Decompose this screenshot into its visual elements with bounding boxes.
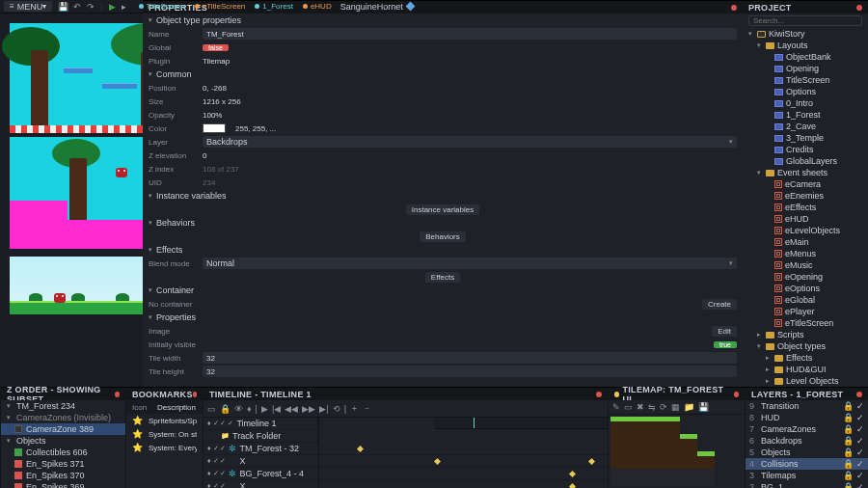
tl-start-icon[interactable]: |◀ — [272, 404, 281, 414]
folder-icon — [774, 378, 783, 385]
undo-icon[interactable]: ↶ — [73, 2, 81, 12]
lock-icon: 🔒 — [843, 471, 854, 480]
eye-icon: ✓ — [856, 459, 864, 469]
tilemap-palette[interactable] — [609, 415, 745, 488]
layer-tilemaps[interactable]: 3Tilemaps🔒✓ — [746, 470, 868, 481]
blend-mode-dropdown[interactable]: Normal▾ — [203, 258, 737, 269]
layer-objects[interactable]: 5Objects🔒✓ — [746, 447, 868, 458]
debug-icon[interactable]: ▸ — [122, 2, 126, 12]
eventsheet-icon — [774, 261, 782, 269]
tl-prev-icon[interactable]: ◀◀ — [285, 404, 298, 414]
lock-icon: 🔒 — [843, 459, 854, 469]
tl-zoomin-icon[interactable]: ＋ — [350, 402, 359, 415]
tl-key-icon[interactable]: ♦ — [247, 404, 252, 414]
lock-icon: 🔒 — [843, 447, 854, 457]
tm-patch-icon[interactable]: ▦ — [671, 402, 680, 412]
layer-hud[interactable]: 8HUD🔒✓ — [746, 412, 868, 423]
tl-end-icon[interactable]: ▶| — [319, 404, 328, 414]
layout-canvas[interactable]: ✎Edit＋Insert new objectAdd▸≡Timeline▸≣Z … — [0, 14, 143, 387]
eye-icon: ✓ — [856, 424, 864, 434]
bookmarks-pane: BOOKMARKS IconDescription ⭐Spritefonts/S… — [125, 387, 203, 488]
eventsheet-icon — [774, 308, 782, 315]
tilemap-toolbar: ✎ ▭ ✖ ⇋ ⟳ ▦ 📁 💾 — [609, 400, 745, 415]
eventsheet-icon — [774, 227, 782, 234]
zorder-pane: Z ORDER - SHOWING SUBSET ▾TM_Forest 234▾… — [0, 387, 125, 488]
eye-icon: ✓ — [856, 482, 864, 488]
section-behaviors[interactable]: Behaviors — [143, 216, 743, 230]
eventsheet-icon — [774, 273, 782, 281]
folder-icon — [757, 31, 766, 38]
menu-button[interactable]: ≡ MENU ▾ — [4, 1, 52, 12]
tl-eye-icon[interactable]: 👁 — [234, 404, 243, 414]
tl-zoomout-icon[interactable]: － — [363, 402, 371, 415]
folder-icon — [766, 170, 774, 176]
tab-1_forest[interactable]: 1_Forest — [252, 2, 296, 11]
tm-flip-icon[interactable]: ⇋ — [648, 402, 656, 412]
section-props[interactable]: Properties — [143, 311, 743, 324]
main-toolbar: ≡ MENU ▾ 💾 ↶ ↷ | ▶ ▸ TitleScreeneTitleSc… — [0, 0, 143, 14]
effects-button[interactable]: Effects — [425, 272, 460, 283]
timeline-toolbar: ▭ 🔒 👁 ♦ | ▶ |◀ ◀◀ ▶▶ ▶| ⟲ | ＋ － — [203, 400, 608, 418]
section-container[interactable]: Container — [143, 284, 743, 297]
tm-open-icon[interactable]: 📁 — [684, 402, 694, 412]
tm-rect-icon[interactable]: ▭ — [624, 402, 633, 412]
edit-image-button[interactable]: Edit — [712, 326, 737, 337]
layout-icon — [774, 66, 783, 72]
tm-pencil-icon[interactable]: ✎ — [612, 402, 620, 412]
layout-icon — [774, 123, 783, 130]
initially-visible-toggle[interactable]: true — [714, 341, 737, 348]
redo-icon[interactable]: ↷ — [87, 2, 95, 12]
tab-titlescreen[interactable]: TitleScreen — [136, 2, 188, 11]
eventsheet-icon — [774, 192, 782, 200]
folder-icon — [774, 366, 783, 373]
project-search-input[interactable] — [748, 15, 862, 26]
tm-erase-icon[interactable]: ✖ — [637, 402, 644, 412]
eventsheet-icon — [774, 296, 782, 304]
tile-width-input[interactable] — [203, 352, 737, 364]
section-common[interactable]: Common — [143, 68, 743, 81]
layout-icon — [774, 89, 783, 95]
layer-backdrops[interactable]: 6Backdrops🔒✓ — [746, 435, 868, 447]
tm-rot-icon[interactable]: ⟳ — [660, 402, 667, 412]
layer-camerazones[interactable]: 7CameraZones🔒✓ — [746, 423, 868, 435]
lock-icon: 🔒 — [843, 436, 854, 446]
tab-etitlescreen[interactable]: eTitleScreen — [192, 2, 249, 11]
tl-pointer-icon[interactable]: ▭ — [207, 404, 216, 414]
section-objtype[interactable]: Object type properties — [143, 14, 743, 27]
tile-height-input[interactable] — [203, 366, 737, 377]
user-avatar-icon — [405, 2, 415, 12]
project-title: PROJECT — [743, 0, 868, 14]
create-container-button[interactable]: Create — [702, 299, 737, 310]
layer-dropdown[interactable]: Backdrops▾ — [203, 136, 737, 148]
instance-vars-button[interactable]: Instance variables — [406, 204, 479, 215]
tl-loop-icon[interactable]: ⟲ — [333, 404, 340, 414]
timeline-pane: TIMELINE - TIMELINE 1 ▭ 🔒 👁 ♦ | ▶ |◀ ◀◀ … — [203, 387, 608, 488]
tilemap-pane: TILEMAP: TM_FOREST UI... ✎ ▭ ✖ ⇋ ⟳ ▦ 📁 💾 — [608, 387, 745, 488]
project-pane: ▾KiwiStory▾LayoutsObjectBankOpeningTitle… — [743, 14, 868, 387]
eye-icon: ✓ — [856, 401, 864, 411]
section-effects[interactable]: Effects — [143, 243, 743, 257]
prop-Name[interactable] — [203, 28, 737, 40]
layer-collisions[interactable]: 4Collisions🔒✓ — [746, 458, 868, 470]
section-instance[interactable]: Instance variables — [143, 189, 743, 203]
tl-lock-icon[interactable]: 🔒 — [220, 404, 231, 414]
user-badge[interactable]: SanguineHornet — [340, 2, 414, 12]
eye-icon: ✓ — [856, 471, 864, 480]
tm-save-icon[interactable]: 💾 — [698, 402, 709, 412]
preview-icon[interactable]: ▶ — [109, 2, 116, 12]
save-icon[interactable]: 💾 — [58, 2, 68, 12]
folder-icon — [766, 343, 774, 350]
layer-transition[interactable]: 9Transition🔒✓ — [746, 400, 868, 412]
color-swatch[interactable] — [203, 123, 226, 133]
properties-pane: Object type properties NameGlobalfalsePl… — [143, 14, 743, 387]
tab-ehud[interactable]: eHUD — [300, 2, 335, 11]
layer-bg_1[interactable]: 2BG_1🔒✓ — [746, 481, 868, 488]
tl-play-icon[interactable]: ▶ — [261, 404, 268, 414]
layout-icon — [774, 135, 783, 142]
layout-icon — [774, 147, 783, 153]
folder-icon — [766, 332, 774, 339]
behaviors-button[interactable]: Behaviors — [420, 231, 466, 242]
tl-next-icon[interactable]: ▶▶ — [302, 404, 315, 414]
eventsheet-icon — [774, 180, 782, 188]
eventsheet-icon — [774, 238, 782, 246]
